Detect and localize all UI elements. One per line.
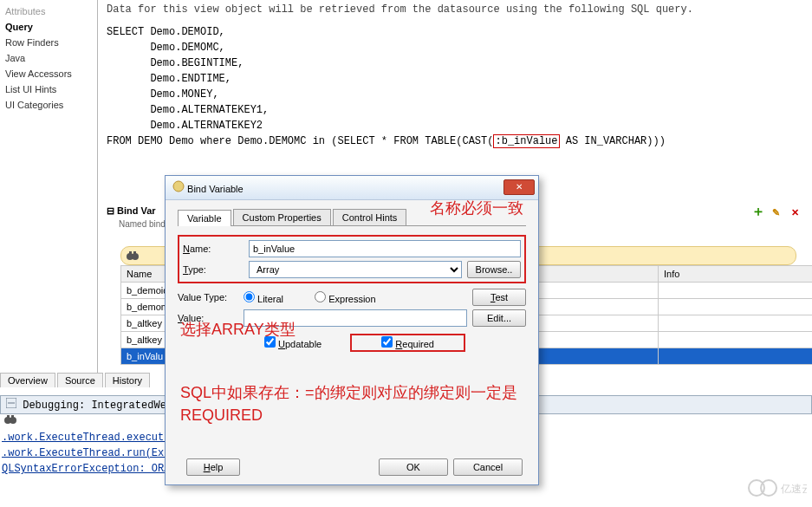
dialog-icon [172, 180, 185, 192]
nav-listuihints[interactable]: List UI Hints [0, 81, 97, 97]
stack-line[interactable]: QLSyntaxErrorException: ORA [2, 463, 170, 475]
nav-viewaccessors[interactable]: View Accessors [0, 66, 97, 81]
nav-uicategories[interactable]: UI Categories [0, 97, 97, 113]
tab-history[interactable]: History [105, 373, 150, 387]
query-hint: Data for this view object will be retrie… [98, 0, 812, 19]
stack-line[interactable]: .work.ExecuteThread.run(Exe [2, 447, 170, 459]
svg-rect-2 [129, 251, 132, 255]
browse-button[interactable]: Browse.. [467, 261, 521, 278]
col-info[interactable]: Info [659, 266, 813, 283]
expression-radio[interactable] [315, 291, 326, 302]
updatable-check-label[interactable]: UUpdatablepdatable [264, 339, 322, 349]
section-toolbar: ＋ ✎ ✕ [750, 205, 802, 219]
literal-radio-label[interactable]: Literal [244, 291, 309, 304]
stack-trace: .work.ExecuteThread.execute .work.Execut… [2, 430, 170, 477]
help-button[interactable]: Help [186, 458, 240, 476]
literal-radio[interactable] [244, 291, 255, 302]
ok-button[interactable]: OK [379, 458, 448, 476]
svg-rect-3 [133, 251, 136, 255]
svg-rect-9 [11, 415, 14, 419]
main-pane: Data for this view object will be retrie… [98, 0, 812, 158]
stack-line[interactable]: .work.ExecuteThread.execute [2, 432, 170, 444]
tab-variable[interactable]: Variable [178, 210, 231, 226]
annotation-2: 选择ARRAY类型 [180, 319, 296, 340]
expression-radio-label[interactable]: Expression [315, 291, 380, 304]
valuetype-label: Value Type: [178, 292, 244, 302]
collapse-icon [6, 398, 16, 408]
required-group: Required [350, 334, 465, 352]
binoculars-icon [3, 413, 17, 426]
sql-text: SELECT Demo.DEMOID, Demo.DEMOMC, Demo.BE… [98, 19, 812, 158]
name-label: NName:ame: [183, 244, 249, 254]
binoculars-icon [126, 249, 140, 263]
dialog-title-text: Bind Variable [187, 184, 244, 194]
nav-query[interactable]: Query [0, 19, 97, 35]
editor-tabs: Overview Source History [0, 373, 149, 387]
test-button[interactable]: Test [472, 289, 526, 306]
svg-point-12 [761, 480, 776, 496]
required-check[interactable] [381, 336, 393, 348]
name-type-group: NName:ame: Type: Array Browse.. [178, 235, 526, 283]
side-nav: Attributes Query Row Finders Java View A… [0, 0, 98, 381]
section-header[interactable]: Bind Var [107, 205, 156, 216]
svg-point-10 [173, 181, 184, 192]
svg-text:亿速云: 亿速云 [780, 483, 807, 495]
svg-rect-8 [7, 415, 10, 419]
close-button[interactable]: ✕ [503, 179, 535, 195]
cancel-button[interactable]: Cancel [453, 458, 523, 476]
type-select[interactable]: Array [249, 261, 462, 278]
tab-overview[interactable]: Overview [0, 373, 55, 387]
sql-bindvar: :b_inValue [493, 134, 559, 148]
debug-search[interactable] [3, 413, 17, 428]
nav-java[interactable]: Java [0, 50, 97, 66]
tab-control-hints[interactable]: Control Hints [333, 209, 407, 225]
delete-icon[interactable]: ✕ [788, 205, 802, 219]
edit-icon[interactable]: ✎ [770, 205, 783, 219]
edit-button[interactable]: Edit... [472, 309, 526, 327]
watermark: 亿速云 [746, 476, 807, 502]
dialog-titlebar[interactable]: Bind Variable ✕ [166, 176, 538, 200]
type-label: Type: [183, 264, 249, 275]
nav-rowfinders[interactable]: Row Finders [0, 35, 97, 50]
annotation-1: 名称必须一致 [430, 198, 523, 218]
required-check-label[interactable]: Required [381, 339, 434, 349]
nav-attributes[interactable]: Attributes [0, 3, 97, 19]
tab-source[interactable]: Source [57, 373, 103, 387]
annotation-3: SQL中如果存在：=的绑定则对应的绑定则一定是REQUIRED [180, 381, 527, 426]
tab-custom-properties[interactable]: Custom Properties [233, 209, 331, 225]
add-icon[interactable]: ＋ [751, 205, 765, 218]
name-field[interactable] [249, 240, 521, 257]
